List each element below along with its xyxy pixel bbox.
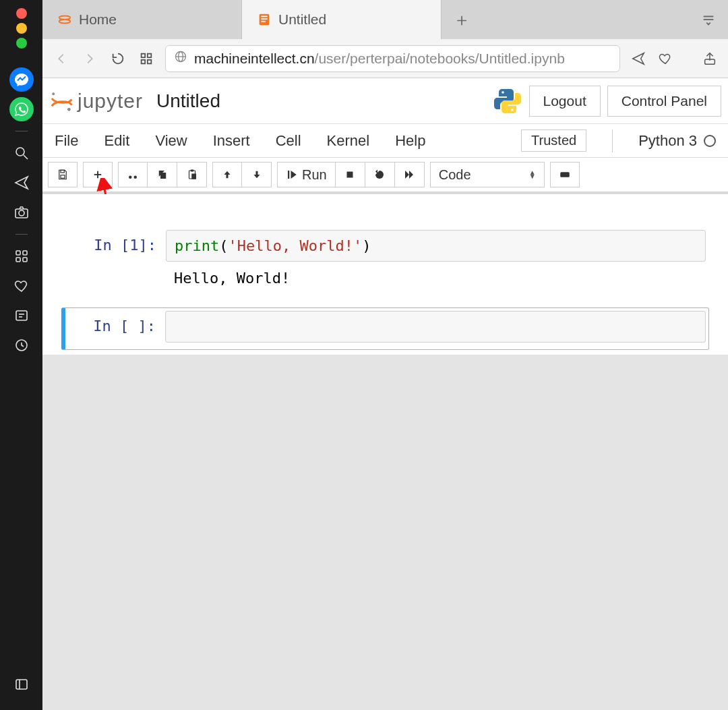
whatsapp-icon[interactable] xyxy=(9,97,34,121)
svg-rect-23 xyxy=(148,53,152,57)
jupyter-favicon-icon xyxy=(57,12,72,27)
browser-toolbar: machineintellect.cn/user/perterpai/noteb… xyxy=(42,39,728,78)
panel-icon[interactable] xyxy=(9,672,34,697)
svg-point-32 xyxy=(502,91,504,94)
address-bar[interactable]: machineintellect.cn/user/perterpai/noteb… xyxy=(165,45,620,72)
code-cell[interactable]: In [1]: print('Hello, World!') . Hello, … xyxy=(61,227,709,307)
run-button[interactable]: Run xyxy=(277,162,336,187)
jupyter-brand-text: jupyter xyxy=(78,90,143,113)
cut-button[interactable] xyxy=(118,162,148,187)
code-cell[interactable]: In [ ]: xyxy=(61,307,709,350)
camera-icon[interactable] xyxy=(9,200,34,225)
browser-tab-home[interactable]: Home xyxy=(42,0,242,39)
svg-point-3 xyxy=(19,210,24,216)
svg-rect-34 xyxy=(61,170,64,173)
save-button[interactable] xyxy=(48,162,78,187)
svg-rect-24 xyxy=(142,59,146,63)
move-down-button[interactable] xyxy=(242,162,272,187)
svg-line-40 xyxy=(131,171,137,176)
forward-button[interactable] xyxy=(80,49,99,68)
svg-rect-46 xyxy=(288,171,289,179)
browser-tab-notebook[interactable]: Untitled xyxy=(242,0,442,39)
search-icon[interactable] xyxy=(9,141,34,165)
move-up-button[interactable] xyxy=(212,162,242,187)
menubar-separator xyxy=(612,129,613,152)
notebook-area: In [1]: print('Hello, World!') . Hello, … xyxy=(42,194,728,710)
notebook-title[interactable]: Untitled xyxy=(156,90,220,112)
add-cell-button[interactable] xyxy=(83,162,113,187)
menu-edit[interactable]: Edit xyxy=(104,132,129,150)
input-prompt: In [1]: xyxy=(65,230,166,262)
svg-point-30 xyxy=(52,92,55,95)
run-label: Run xyxy=(302,167,327,183)
sidebar-divider xyxy=(16,234,28,235)
favorite-icon[interactable] xyxy=(657,50,674,67)
url-text: machineintellect.cn/user/perterpai/noteb… xyxy=(194,51,565,67)
restart-button[interactable] xyxy=(365,162,395,187)
svg-point-15 xyxy=(59,20,71,24)
svg-rect-19 xyxy=(261,21,265,22)
menu-kernel[interactable]: Kernel xyxy=(327,132,370,150)
trusted-indicator[interactable]: Trusted xyxy=(521,129,586,152)
svg-point-33 xyxy=(511,109,514,111)
note-icon[interactable] xyxy=(9,303,34,328)
svg-rect-45 xyxy=(191,174,196,179)
interrupt-button[interactable] xyxy=(336,162,365,187)
share-icon[interactable] xyxy=(701,50,719,67)
tab-menu-icon[interactable] xyxy=(689,0,728,39)
kernel-indicator[interactable]: Python 3 xyxy=(638,132,716,150)
notebook-favicon-icon xyxy=(257,12,272,27)
svg-rect-8 xyxy=(16,311,27,320)
svg-point-39 xyxy=(134,176,138,179)
notebook-empty-area xyxy=(42,355,728,710)
history-icon[interactable] xyxy=(9,333,34,357)
menu-help[interactable]: Help xyxy=(395,132,425,150)
reload-button[interactable] xyxy=(109,49,127,68)
code-input[interactable]: print('Hello, World!') xyxy=(166,230,706,262)
close-window-icon[interactable] xyxy=(16,8,27,19)
svg-point-0 xyxy=(16,148,24,156)
svg-rect-18 xyxy=(261,18,267,20)
jupyter-logo-icon xyxy=(49,90,72,113)
os-sidebar xyxy=(0,0,42,710)
maximize-window-icon[interactable] xyxy=(16,38,27,49)
menu-cell[interactable]: Cell xyxy=(276,132,301,150)
celltype-select[interactable]: Code ▲▼ xyxy=(430,162,545,187)
apps-grid-icon[interactable] xyxy=(9,244,34,268)
logout-button[interactable]: Logout xyxy=(529,86,601,117)
globe-icon xyxy=(174,50,187,67)
svg-rect-17 xyxy=(261,16,267,18)
menu-file[interactable]: File xyxy=(55,132,78,150)
code-input[interactable] xyxy=(165,311,706,343)
jupyter-logo[interactable]: jupyter xyxy=(49,90,143,113)
paste-button[interactable] xyxy=(177,162,207,187)
svg-point-38 xyxy=(129,176,132,179)
svg-rect-7 xyxy=(23,258,27,262)
window-controls xyxy=(16,8,27,49)
kernel-status-icon xyxy=(704,135,716,147)
minimize-window-icon[interactable] xyxy=(16,23,27,34)
svg-rect-12 xyxy=(16,680,27,689)
url-host: machineintellect.cn xyxy=(194,51,315,66)
back-button[interactable] xyxy=(52,49,71,68)
control-panel-button[interactable]: Control Panel xyxy=(607,86,721,117)
heart-icon[interactable] xyxy=(9,274,34,298)
cell-output: Hello, World! xyxy=(166,266,706,300)
menu-insert[interactable]: Insert xyxy=(213,132,250,150)
svg-rect-44 xyxy=(190,170,193,172)
send-icon[interactable] xyxy=(9,171,34,195)
svg-rect-48 xyxy=(560,172,570,177)
send-page-icon[interactable] xyxy=(630,50,647,67)
menu-view[interactable]: View xyxy=(155,132,187,150)
svg-rect-5 xyxy=(23,251,27,255)
restart-run-all-button[interactable] xyxy=(395,162,425,187)
url-path: /user/perterpai/notebooks/Untitled.ipynb xyxy=(315,51,565,66)
run-icon xyxy=(286,169,298,181)
grid-icon[interactable] xyxy=(137,49,156,68)
new-tab-button[interactable]: ＋ xyxy=(442,0,482,39)
input-prompt: In [ ]: xyxy=(64,311,165,343)
copy-button[interactable] xyxy=(148,162,177,187)
messenger-icon[interactable] xyxy=(9,67,34,92)
command-palette-button[interactable] xyxy=(550,162,580,187)
svg-rect-4 xyxy=(16,251,20,255)
